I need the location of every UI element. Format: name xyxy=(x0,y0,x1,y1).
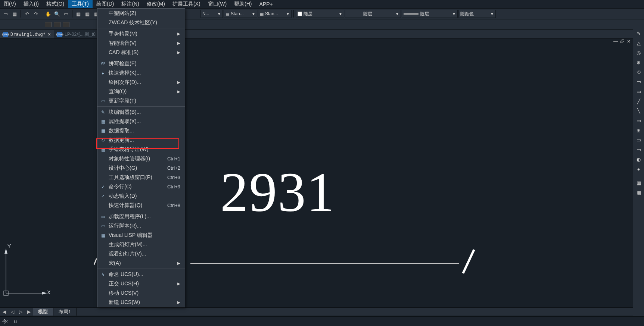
toolbar-icon[interactable]: ▭ xyxy=(62,10,70,18)
menu-item[interactable]: Aᵇ拼写检查(E) xyxy=(97,59,185,68)
command-line[interactable]: 令: _u xyxy=(0,316,644,326)
menu-view[interactable]: 图(V) xyxy=(0,0,20,8)
menu-item[interactable]: ▦手绘表格导出(W) xyxy=(97,145,185,154)
menu-item-icon: ▦ xyxy=(100,119,106,124)
document-tab[interactable]: DWG Drawing1.dwg* × xyxy=(0,30,54,38)
command-prompt: 令: xyxy=(2,318,9,325)
menu-item[interactable]: 对象特性管理器(I)Ctrl+1 xyxy=(97,154,185,163)
toolbar-icon[interactable]: ▦ xyxy=(74,10,83,18)
menu-dim[interactable]: 标注(N) xyxy=(118,0,143,8)
close-icon[interactable]: × xyxy=(48,31,51,37)
menu-item[interactable]: ZWCAD 技术社区(Y) xyxy=(97,18,185,27)
submenu-arrow-icon: ▶ xyxy=(177,41,180,45)
menu-item[interactable]: 正交 UCS(H)▶ xyxy=(97,279,185,288)
secbar-icon[interactable] xyxy=(54,22,60,27)
tool-icon[interactable]: ◎ xyxy=(635,48,643,57)
menu-item[interactable]: 新建 UCS(W)▶ xyxy=(97,298,185,307)
menu-item[interactable]: 绘图次序(D)...▶ xyxy=(97,78,185,87)
dropdown-n[interactable]: N...▼ xyxy=(200,10,223,18)
dropdown-layer-color[interactable]: 随层▼ xyxy=(296,10,344,18)
menu-item[interactable]: 快速计算器(Q)Ctrl+8 xyxy=(97,201,185,210)
menu-help[interactable]: 帮助(H) xyxy=(230,0,255,8)
menu-item[interactable]: 观看幻灯片(V)... xyxy=(97,249,185,258)
menu-item[interactable]: ✎块编辑器(B)... xyxy=(97,107,185,117)
menu-item[interactable]: ▦数据提取... xyxy=(97,126,185,135)
tool-icon[interactable]: △ xyxy=(635,39,643,47)
tool-icon[interactable]: ▭ xyxy=(635,116,643,125)
check-icon: ✓ xyxy=(100,194,106,199)
document-tab-label: Drawing1.dwg* xyxy=(10,32,46,37)
canvas[interactable]: — 🗗 ✕ 2931 Y X xyxy=(0,39,633,307)
menu-item[interactable]: ▭运行脚本(R)... xyxy=(97,221,185,231)
menu-item[interactable]: 生成幻灯片(M)... xyxy=(97,240,185,249)
chevron-down-icon: ▼ xyxy=(339,12,342,16)
nav-prev-icon[interactable]: ◁ xyxy=(8,308,16,316)
menu-item[interactable]: ✓命令行(C)Ctrl+9 xyxy=(97,182,185,191)
menu-item[interactable]: ▭更新字段(T) xyxy=(97,96,185,106)
menu-item[interactable]: ▭加载应用程序(L)... xyxy=(97,212,185,221)
undo-icon[interactable]: ↶ xyxy=(23,10,31,18)
menu-ext[interactable]: 扩展工具(X) xyxy=(169,0,204,8)
nav-last-icon[interactable]: ▶ xyxy=(25,308,33,316)
menu-item[interactable]: 查询(Q)▶ xyxy=(97,87,185,96)
menu-format[interactable]: 格式(O) xyxy=(43,0,68,8)
dropdown-plotcolor[interactable]: 随颜色▼ xyxy=(458,10,496,18)
tool-icon[interactable]: ▭ xyxy=(635,145,643,154)
tool-icon[interactable]: ✎ xyxy=(635,29,643,37)
tool-icon[interactable]: ▦ xyxy=(635,179,643,187)
tool-icon[interactable]: ⊕ xyxy=(635,58,643,66)
toolbar-icon[interactable]: ▭ xyxy=(1,10,10,18)
tool-icon[interactable]: ╲ xyxy=(635,107,643,115)
pan-icon[interactable]: ✋ xyxy=(44,10,52,18)
secbar-icon[interactable] xyxy=(63,22,69,27)
toolbar-icon[interactable]: ▦ xyxy=(10,10,19,18)
dropdown-textstyle[interactable]: ▦Stan...▼ xyxy=(224,10,257,18)
tool-icon[interactable]: ▭ xyxy=(635,78,643,86)
menu-item[interactable]: ↻数据更新... xyxy=(97,135,185,145)
tool-icon[interactable]: ▭ xyxy=(635,136,643,144)
menu-insert[interactable]: 插入(I) xyxy=(20,0,43,8)
zoom-icon[interactable]: 🔍 xyxy=(53,10,61,18)
menu-item[interactable]: ▸快速选择(K)... xyxy=(97,68,185,78)
nav-next-icon[interactable]: ▷ xyxy=(16,308,25,316)
menu-item[interactable]: 设计中心(G)Ctrl+2 xyxy=(97,163,185,173)
menu-app[interactable]: APP+ xyxy=(256,0,277,8)
menu-item[interactable]: 工具选项板窗口(P)Ctrl+3 xyxy=(97,173,185,182)
menu-modify[interactable]: 修改(M) xyxy=(143,0,169,8)
tool-icon[interactable]: ⟲ xyxy=(635,68,643,76)
menu-window[interactable]: 窗口(W) xyxy=(204,0,231,8)
nav-first-icon[interactable]: ◀ xyxy=(0,308,8,316)
dropdown-label: 随层 xyxy=(304,11,312,17)
menu-item[interactable]: CAD 标准(S)▶ xyxy=(97,48,185,57)
menu-item[interactable]: ▦属性提取(X)... xyxy=(97,117,185,126)
tool-icon[interactable]: ▭ xyxy=(635,87,643,95)
maximize-icon[interactable]: 🗗 xyxy=(620,39,625,44)
menu-item[interactable]: 移动 UCS(V) xyxy=(97,288,185,298)
menu-item[interactable]: 宏(A)▶ xyxy=(97,258,185,268)
tool-icon[interactable]: ● xyxy=(635,165,643,173)
tool-icon[interactable]: ⊞ xyxy=(635,126,643,134)
document-tab[interactable]: DWG LP-02总...图_t8 xyxy=(54,30,99,38)
secbar-icon[interactable] xyxy=(45,22,52,27)
redo-icon[interactable]: ↷ xyxy=(32,10,40,18)
menu-item[interactable]: ▦Visual LISP 编辑器 xyxy=(97,231,185,240)
dropdown-dimstyle[interactable]: ▦Stan...▼ xyxy=(258,10,292,18)
menu-item[interactable]: 手势精灵(M)▶ xyxy=(97,29,185,38)
menu-tools[interactable]: 工具(T) xyxy=(68,0,93,8)
close-icon[interactable]: ✕ xyxy=(627,39,631,44)
drawing-area[interactable]: — 🗗 ✕ 2931 Y X xyxy=(0,39,633,307)
tab-model[interactable]: 模型 xyxy=(33,308,53,316)
minimize-icon[interactable]: — xyxy=(613,39,618,44)
menu-item[interactable]: 智能语音(V)▶ xyxy=(97,38,185,48)
tool-icon[interactable]: ▦ xyxy=(635,188,643,197)
toolbar-icon[interactable]: ▦ xyxy=(83,10,91,18)
tab-layout1[interactable]: 布局1 xyxy=(53,308,77,316)
menu-item[interactable]: ↳命名 UCS(U)... xyxy=(97,270,185,279)
dropdown-linetype[interactable]: 随层▼ xyxy=(345,10,401,18)
menu-item[interactable]: 中望网站(Z) xyxy=(97,9,185,18)
dropdown-lineweight[interactable]: 随层▼ xyxy=(402,10,458,18)
menu-draw[interactable]: 绘图(D) xyxy=(93,0,118,8)
menu-item[interactable]: ✓动态输入(D) xyxy=(97,191,185,201)
tool-icon[interactable]: ◐ xyxy=(635,155,643,163)
tool-icon[interactable]: ╱ xyxy=(635,97,643,105)
